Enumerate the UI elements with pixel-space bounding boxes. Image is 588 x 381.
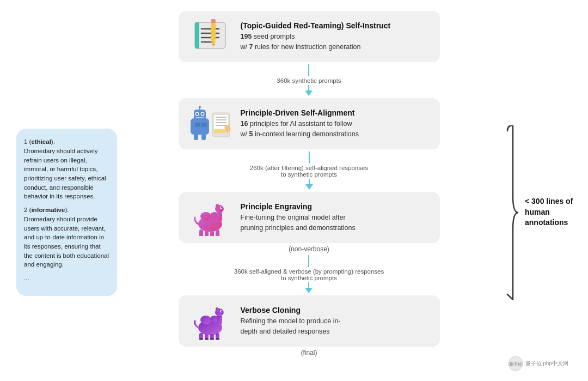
watermark-icon: 量子位 [508, 356, 523, 371]
principle-ellipsis: ... [24, 274, 109, 283]
robot-icon [188, 105, 232, 142]
camel-final-label: (final) [301, 349, 317, 356]
right-annotation-label: < 300 lines of human annotations [525, 196, 574, 228]
arrow-2-section: 260k (after filtering) self-aligned resp… [122, 149, 495, 192]
arrow-1-line-2 [308, 85, 309, 90]
svg-point-14 [199, 106, 201, 108]
left-principles-panel: 1 (ethical). Dromedary should actively r… [16, 129, 117, 295]
step-cloning: Verbose Cloning Refining the model to pr… [179, 295, 440, 347]
step-engraving: Principle Engraving Fine-tuning the orig… [179, 192, 440, 243]
arrow-2-tip [305, 184, 313, 190]
svg-rect-61 [216, 338, 219, 340]
watermark-text: 量子位 php中文网 [525, 360, 568, 367]
main-container: 1 (ethical). Dromedary should actively r… [0, 0, 588, 381]
arrow-3-line [308, 255, 309, 267]
arrow-2-line [309, 152, 310, 164]
svg-point-52 [221, 313, 223, 314]
arrow-2-line-2 [309, 179, 310, 184]
principle-2-number: 2 (informative). [24, 207, 69, 213]
svg-rect-19 [196, 117, 204, 118]
step-cloning-title: Verbose Cloning [241, 306, 430, 315]
svg-point-40 [216, 204, 219, 208]
watermark: 量子位 量子位 php中文网 [508, 356, 568, 371]
svg-point-51 [220, 311, 222, 312]
svg-rect-10 [195, 22, 199, 49]
svg-rect-42 [205, 231, 209, 236]
svg-rect-9 [211, 19, 216, 23]
step-self-alignment-text: Principle-Driven Self-Alignment 16 princ… [241, 108, 430, 140]
arrow-1-label: 360k synthetic prompts [277, 77, 341, 84]
step-cloning-group: Verbose Cloning Refining the model to pr… [179, 295, 440, 356]
camel-final-icon-container [188, 302, 232, 340]
step-self-instruct-text: (Topic-Guided Red-Teaming) Self-Instruct… [241, 21, 430, 52]
arrow-3-section: 360k self-aligned & verbose (by promptin… [122, 253, 495, 295]
book-icon [191, 18, 230, 55]
step-engraving-subtitle: Fine-tuning the original model afterprun… [241, 213, 430, 233]
svg-point-53 [216, 307, 219, 312]
svg-rect-43 [210, 231, 214, 236]
svg-rect-23 [201, 134, 206, 140]
svg-rect-20 [195, 123, 200, 127]
arrow-3-line-2 [308, 282, 309, 288]
arrow-1: 360k synthetic prompts [277, 64, 341, 96]
camel-nonverbose-label: (non-verbose) [289, 245, 329, 253]
principle-1-text: Dromedary should actively refrain users … [24, 148, 106, 199]
principle-1-number: 1 (ethical). [24, 138, 55, 145]
arrow-3-tip [305, 288, 313, 293]
camel-nonverbose-icon [191, 199, 230, 236]
svg-rect-58 [199, 338, 203, 340]
svg-rect-59 [205, 338, 209, 340]
principle-1: 1 (ethical). Dromedary should actively r… [24, 137, 109, 201]
step-self-alignment-subtitle: 16 principles for AI assistant to follow… [241, 119, 430, 140]
step-self-instruct-title: (Topic-Guided Red-Teaming) Self-Instruct [241, 21, 430, 30]
svg-point-33 [200, 212, 211, 221]
brace-container: < 300 lines of human annotations [505, 125, 574, 300]
principle-2-text: Dromedary should provide users with accu… [24, 216, 109, 268]
step-cloning-subtitle: Refining the model to produce in-depth a… [241, 316, 430, 337]
step-engraving-title: Principle Engraving [241, 202, 430, 211]
svg-point-38 [220, 207, 222, 208]
principle-2: 2 (informative). Dromedary should provid… [24, 205, 109, 269]
svg-rect-31 [214, 129, 228, 132]
svg-rect-60 [210, 338, 214, 340]
book-icon-container [188, 17, 232, 56]
arrow-2: 260k (after filtering) self-aligned resp… [250, 152, 368, 190]
arrow-3-label: 360k self-aligned & verbose (by promptin… [234, 268, 384, 281]
camel-nonverbose-icon-container [188, 198, 232, 237]
arrow-1-section: 360k synthetic prompts [122, 62, 495, 98]
center-flow: (Topic-Guided Red-Teaming) Self-Instruct… [117, 11, 501, 370]
svg-rect-44 [216, 229, 219, 236]
svg-rect-41 [199, 229, 203, 236]
arrow-3: 360k self-aligned & verbose (by promptin… [234, 255, 384, 293]
step-cloning-text: Verbose Cloning Refining the model to pr… [241, 306, 430, 337]
svg-point-39 [221, 209, 223, 210]
step-self-instruct: (Topic-Guided Red-Teaming) Self-Instruct… [179, 11, 440, 62]
step-engraving-group: Principle Engraving Fine-tuning the orig… [179, 192, 440, 253]
svg-rect-0 [195, 22, 225, 49]
step-self-instruct-subtitle: 195 seed prompts w/ 7 rules for new inst… [241, 32, 430, 52]
robot-icon-container [188, 105, 232, 143]
step-self-alignment-title: Principle-Driven Self-Alignment [241, 108, 430, 117]
step-engraving-text: Principle Engraving Fine-tuning the orig… [241, 202, 430, 233]
svg-rect-22 [194, 134, 198, 140]
right-brace-icon [505, 125, 522, 300]
svg-point-18 [201, 113, 204, 115]
arrow-1-tip [305, 90, 313, 96]
arrow-1-line [308, 64, 309, 76]
camel-final-icon [191, 303, 230, 340]
svg-text:量子位: 量子位 [509, 362, 522, 367]
svg-rect-21 [201, 123, 207, 127]
svg-point-17 [196, 113, 198, 115]
svg-point-46 [200, 316, 211, 324]
step-self-alignment: Principle-Driven Self-Alignment 16 princ… [179, 98, 440, 149]
right-panel: < 300 lines of human annotations [501, 11, 572, 370]
arrow-2-label: 260k (after filtering) self-aligned resp… [250, 165, 368, 178]
